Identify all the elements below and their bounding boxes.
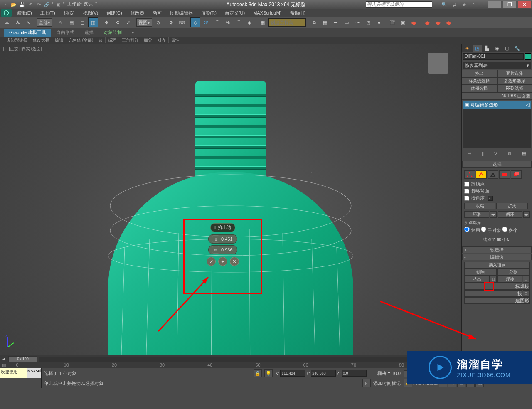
shrink-button[interactable]: 收缩 bbox=[464, 203, 495, 209]
pin-stack-icon[interactable]: ⊣ bbox=[468, 151, 472, 156]
object-name-input[interactable]: OilTank001 bbox=[463, 53, 524, 60]
render-iterative-icon[interactable]: 🫖 bbox=[422, 17, 432, 27]
remove-button[interactable]: 移除 bbox=[464, 269, 497, 276]
edge-face-snap-icon[interactable]: ⌒ bbox=[234, 17, 244, 27]
ribbon-collapse-icon[interactable]: ▾ bbox=[127, 29, 139, 36]
named-selection-input[interactable] bbox=[268, 18, 306, 27]
menu-modifiers[interactable]: 修改器 bbox=[126, 10, 148, 16]
angle-snap-icon[interactable]: 3ᵃ bbox=[201, 17, 211, 27]
split-button[interactable]: 分割 bbox=[497, 269, 530, 276]
spline-select-button[interactable]: 样条线选择 bbox=[462, 77, 497, 85]
lock-selection-icon[interactable]: 🔒 bbox=[254, 369, 262, 377]
undo-icon[interactable]: ↶ bbox=[27, 1, 34, 8]
menu-maxscript[interactable]: MAXScript(M) bbox=[249, 10, 286, 15]
trackbar-toggle-icon[interactable]: ▤ bbox=[0, 362, 8, 368]
edged-faces-icon[interactable]: ◈ bbox=[244, 17, 254, 27]
ribbon-props[interactable]: 属性 bbox=[169, 37, 182, 43]
insert-vertex-button[interactable]: 插入顶点 bbox=[464, 262, 530, 269]
timetag-label[interactable]: 添加时间标记 bbox=[373, 380, 401, 387]
vertex-subobj-icon[interactable] bbox=[464, 170, 475, 179]
ribbon-tab-selection[interactable]: 选择 bbox=[79, 29, 99, 37]
refcoord-dropdown[interactable]: 视图 ▾ bbox=[136, 18, 152, 27]
menu-edit[interactable]: 编辑(E) bbox=[12, 10, 36, 16]
spinner-snap-icon[interactable]: % bbox=[223, 17, 233, 27]
configure-sets-icon[interactable]: ▤ bbox=[522, 151, 526, 156]
close-button[interactable]: ✕ bbox=[517, 1, 532, 8]
new-file-icon[interactable]: ▫ bbox=[2, 1, 9, 8]
material-editor-icon[interactable]: ● bbox=[374, 17, 384, 27]
ribbon-tab-graphite[interactable]: Graphite 建模工具 bbox=[4, 29, 51, 37]
restore-button[interactable]: ❐ bbox=[502, 1, 517, 8]
edit-edges-rollout[interactable]: -编辑边 bbox=[462, 254, 532, 260]
loop-button[interactable]: 循环 bbox=[498, 211, 522, 218]
ribbon-align[interactable]: 对齐 bbox=[155, 37, 169, 43]
menu-animation[interactable]: 动画 bbox=[148, 10, 166, 16]
select-manipulate-icon[interactable]: ⚙ bbox=[166, 17, 176, 27]
ribbon-tab-freeform[interactable]: 自由形式 bbox=[51, 29, 79, 37]
bridge-settings-button[interactable]: □ bbox=[523, 290, 530, 297]
element-subobj-icon[interactable] bbox=[511, 170, 522, 179]
help-icon[interactable]: ? bbox=[470, 1, 478, 8]
align-icon[interactable]: ▦ bbox=[320, 17, 330, 27]
select-region-icon[interactable]: ◻ bbox=[77, 17, 87, 27]
weld-button[interactable]: 焊接 bbox=[497, 276, 522, 283]
motion-tab-icon[interactable]: ◉ bbox=[493, 45, 502, 52]
menu-views[interactable]: 视图(V) bbox=[79, 10, 103, 16]
create-tab-icon[interactable]: ☀ bbox=[463, 45, 472, 52]
extrude-edge-button[interactable]: 挤出 bbox=[464, 276, 490, 283]
caddy-ok-button[interactable]: ✓ bbox=[207, 257, 216, 266]
utilities-tab-icon[interactable]: 🔧 bbox=[512, 45, 522, 52]
ring-button[interactable]: 环形 bbox=[464, 211, 489, 218]
minimize-button[interactable]: — bbox=[488, 1, 502, 8]
rotate-tool-icon[interactable]: ⟲ bbox=[112, 17, 122, 27]
ffd-select-button[interactable]: FFD 选择 bbox=[497, 85, 532, 92]
ribbon-polymodel[interactable]: 多边形建模 bbox=[4, 37, 30, 43]
display-tab-icon[interactable]: ▢ bbox=[502, 45, 512, 52]
layers-icon[interactable]: ☰ bbox=[331, 17, 341, 27]
unlink-tool-icon[interactable]: ⫘̸ bbox=[12, 17, 22, 27]
select-name-icon[interactable]: ▤ bbox=[66, 17, 76, 27]
curve-editor-icon[interactable]: 〜 bbox=[352, 17, 362, 27]
link-tool-icon[interactable]: ⫘ bbox=[2, 17, 12, 27]
workspace-label[interactable]: 工作台: 默认 bbox=[67, 1, 93, 8]
menu-customize[interactable]: 自定义(U) bbox=[221, 10, 249, 16]
ribbon-tab-paint[interactable]: 对象绘制 bbox=[99, 29, 127, 37]
named-sel-sets-icon[interactable]: ▦ bbox=[258, 17, 268, 27]
caddy-cancel-button[interactable]: ✕ bbox=[230, 257, 239, 266]
caddy-width-input[interactable]: ▭0.936 bbox=[208, 245, 237, 254]
modify-tab-icon[interactable]: ◳ bbox=[473, 45, 482, 52]
loop-spinner[interactable]: ◂▸ bbox=[523, 211, 530, 218]
timetag-icon[interactable]: 🏷 bbox=[362, 379, 371, 387]
y-coord-input[interactable] bbox=[311, 370, 336, 377]
mirror-icon[interactable]: ⧉ bbox=[309, 17, 319, 27]
time-slider[interactable]: 0 / 100 bbox=[8, 356, 37, 362]
border-subobj-icon[interactable] bbox=[488, 170, 498, 179]
link-icon[interactable]: 🔗 bbox=[43, 1, 51, 8]
grow-button[interactable]: 扩大 bbox=[496, 203, 527, 209]
menu-grapheditors[interactable]: 图形编辑器 bbox=[166, 10, 197, 16]
favorite-icon[interactable]: ★ bbox=[461, 1, 468, 8]
weld-settings-button[interactable]: □ bbox=[523, 276, 530, 283]
ribbon-loops[interactable]: 循环 bbox=[106, 37, 119, 43]
render-icon[interactable]: 🫖 bbox=[409, 17, 419, 27]
extrude-settings-button[interactable]: □ bbox=[490, 276, 497, 283]
menu-tools[interactable]: 工具(T) bbox=[36, 10, 59, 16]
open-file-icon[interactable]: 📂 bbox=[10, 1, 17, 8]
z-coord-input[interactable] bbox=[342, 370, 367, 377]
menu-group[interactable]: 组(G) bbox=[59, 10, 79, 16]
selection-filter-dropdown[interactable]: 全部 ▾ bbox=[37, 18, 52, 27]
ribbon-modsel[interactable]: 修改选择 bbox=[30, 37, 52, 43]
exchange-icon[interactable]: ⇄ bbox=[451, 1, 458, 8]
vol-select-button[interactable]: 体积选择 bbox=[462, 85, 497, 92]
menu-rendering[interactable]: 渲染(R) bbox=[197, 10, 221, 16]
ribbon-subdiv[interactable]: 细分 bbox=[141, 37, 155, 43]
select-tool-icon[interactable]: ↖ bbox=[56, 17, 66, 27]
poly-select-button[interactable]: 多边形选择 bbox=[497, 77, 532, 85]
hierarchy-tab-icon[interactable]: ▙ bbox=[483, 45, 492, 52]
object-color-swatch[interactable] bbox=[525, 53, 531, 60]
move-tool-icon[interactable]: ✥ bbox=[101, 17, 111, 27]
ignore-backface-checkbox[interactable] bbox=[464, 189, 469, 194]
ring-spinner[interactable]: ◂▸ bbox=[490, 211, 496, 218]
viewport-label[interactable]: [+] [正交] [真实+边面] bbox=[3, 46, 42, 52]
ribbon-edit[interactable]: 编辑 bbox=[52, 37, 66, 43]
